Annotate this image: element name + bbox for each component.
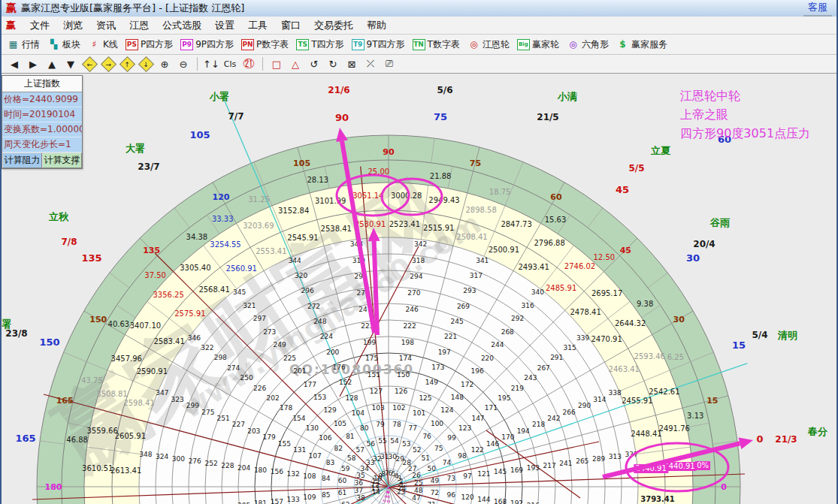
button-计算支撑[interactable]: 计算支撑 xyxy=(42,152,82,168)
toolbar2-select[interactable]: ⎚ xyxy=(381,57,398,71)
wheel-label: 春分 xyxy=(808,427,827,436)
wheel-label: 181 xyxy=(254,500,267,504)
wheel-label: 251 xyxy=(217,415,230,421)
wheel-label: 21/6 xyxy=(328,86,349,95)
wheel-label: 345 xyxy=(233,289,246,296)
wheel-label: 321 xyxy=(243,302,256,309)
toolbar-button-板块[interactable]: ▚板块 xyxy=(45,38,83,51)
toolbar2-box-x[interactable]: ⊠ xyxy=(343,57,360,71)
wheel-label: 0 xyxy=(721,483,727,491)
wheel-label: 3407.10 xyxy=(130,322,161,330)
target-icon: ◎ xyxy=(567,39,579,50)
menu-item-帮助[interactable]: 帮助 xyxy=(360,17,393,34)
info-row: 价格=2440.9099 xyxy=(2,92,82,107)
wheel-label: 201 xyxy=(293,368,306,375)
toolbar2-nav-down[interactable]: ▼ xyxy=(62,57,79,71)
wheel-label: 197 xyxy=(438,349,451,355)
wheel-label: 清明 xyxy=(778,330,797,340)
toolbar2-nav-left[interactable]: ◀ xyxy=(6,57,23,71)
toolbar2-shift-right[interactable]: → xyxy=(100,57,116,71)
menu-item-窗口[interactable]: 窗口 xyxy=(274,17,307,34)
toolbar2-fit[interactable]: ⤫ xyxy=(362,57,379,71)
menu-item-资讯[interactable]: 资讯 xyxy=(89,17,123,34)
toolbar2-shift-left[interactable]: ← xyxy=(81,57,98,71)
wheel-label: 3457.96 xyxy=(111,355,142,363)
toolbar2-zoom-out[interactable]: ⊖ xyxy=(175,57,192,71)
wheel-label: 267 xyxy=(537,364,550,371)
wheel-label: 146 xyxy=(486,440,499,447)
wheel-label: 大署 xyxy=(126,143,145,153)
wheel-label: 241 xyxy=(559,460,572,466)
wheel-label: 227 xyxy=(232,421,245,428)
wheel-label: 105 xyxy=(334,420,346,427)
wheel-label: 135 xyxy=(143,246,160,254)
wheel-label: 292 xyxy=(511,315,524,322)
wheel-label: 0% xyxy=(695,461,710,470)
toolbar-button-赢家服务[interactable]: $赢家服务 xyxy=(614,38,670,51)
title-bar: 赢 赢家江恩专业版[赢家服务平台] - [上证指数 江恩轮] 客服 xyxy=(2,0,836,17)
wheel-label: 51 xyxy=(421,455,429,462)
toolbar-label: P四方形 xyxy=(141,38,173,51)
toolbar-button-T四方形[interactable]: TST四方形 xyxy=(294,38,346,51)
toolbar-button-K线[interactable]: ♯K线 xyxy=(86,38,120,51)
menu-item-浏览[interactable]: 浏览 xyxy=(56,17,89,34)
wheel-label: 165 xyxy=(56,396,74,404)
menu-item-交易委托[interactable]: 交易委托 xyxy=(307,17,360,34)
wheel-label: 6.25 xyxy=(667,354,684,361)
wheel-label: 194 xyxy=(517,427,530,434)
menu-item-文件[interactable]: 文件 xyxy=(23,17,56,34)
menu-item-工具[interactable]: 工具 xyxy=(241,17,274,34)
wheel-label: 81 xyxy=(346,433,354,440)
wheel-label: 293 xyxy=(463,288,476,294)
wheel-label: 20/4 xyxy=(693,240,715,249)
button-计算阻力[interactable]: 计算阻力 xyxy=(2,152,42,168)
toolbar2-cls[interactable]: Cls xyxy=(222,57,238,71)
toolbar2-triangle-tool[interactable]: △ xyxy=(287,57,304,71)
customer-service-link[interactable]: 客服 xyxy=(803,0,832,17)
wheel-label: 25 xyxy=(414,479,422,486)
menu-bar: 赢 文件浏览资讯江恩公式选股设置工具窗口交易委托帮助 xyxy=(2,17,836,35)
toolbar-button-六角形[interactable]: ◎六角形 xyxy=(564,38,611,51)
toolbar2-rotate-cw[interactable]: ↻ xyxy=(325,57,341,71)
toolbar-button-江恩轮[interactable]: ◎江恩轮 xyxy=(465,38,512,51)
toolbar-button-9T四方形[interactable]: T99T四方形 xyxy=(349,38,407,51)
wheel-label: 275 xyxy=(201,409,214,415)
wheel-label: 120 xyxy=(213,192,230,201)
toolbar2-updown[interactable]: ↑↓ xyxy=(203,57,219,71)
wheel-label: 342 xyxy=(414,240,427,247)
wheel-label: 58 xyxy=(347,455,355,462)
toolbar2-calendar[interactable]: ㉑ xyxy=(241,57,257,71)
toolbar-button-P四方形[interactable]: PSP四方形 xyxy=(123,38,175,51)
wheel-label: 3.13 xyxy=(687,412,703,420)
toolbar-button-行情[interactable]: ▦行情 xyxy=(5,38,42,51)
menu-item-公式选股[interactable]: 公式选股 xyxy=(156,17,208,34)
toolbar2-shift-down[interactable]: ↓ xyxy=(138,57,154,71)
wheel-label: 2695.17 xyxy=(591,290,622,297)
toolbar-button-P数字表[interactable]: PNP数字表 xyxy=(239,38,291,51)
wheel-label: 49 xyxy=(431,477,439,484)
toolbar2-shift-up[interactable]: ↑ xyxy=(119,57,135,71)
wheel-label: 2568.41 xyxy=(198,286,229,294)
wheel-label: 2545.91 xyxy=(287,234,318,242)
wheel-label: 289 xyxy=(592,456,605,463)
menu-item-设置[interactable]: 设置 xyxy=(208,17,241,34)
wheel-label: 2598.41 xyxy=(123,400,154,407)
wheel-label: 15.63 xyxy=(545,216,567,224)
toolbar2-nav-right[interactable]: ▶ xyxy=(25,57,41,71)
toolbar2-nav-up[interactable]: ▲ xyxy=(44,57,60,71)
toolbar2-rotate-ccw[interactable]: ↺ xyxy=(306,57,322,71)
toolbar-button-9P四方形[interactable]: P99P四方形 xyxy=(178,38,236,51)
wheel-label: 105 xyxy=(293,159,310,167)
toolbar-button-T数字表[interactable]: TNT数字表 xyxy=(410,38,462,51)
wheel-label: 75 xyxy=(434,112,447,122)
toolbar-button-赢家轮[interactable]: Big赢家轮 xyxy=(515,38,561,51)
toolbar-label: P数字表 xyxy=(256,38,289,51)
toolbar2-square-tool[interactable]: □ xyxy=(268,57,285,71)
toolbar2-zoom-in[interactable]: ⊕ xyxy=(156,57,173,71)
wheel-label: 127 xyxy=(370,388,383,395)
wheel-label: 54 xyxy=(390,437,398,444)
wheel-label: 15 xyxy=(706,396,718,404)
menu-item-江恩[interactable]: 江恩 xyxy=(123,17,156,34)
toolbar-label: K线 xyxy=(103,38,118,51)
wheel-label: 21/5 xyxy=(537,113,558,122)
